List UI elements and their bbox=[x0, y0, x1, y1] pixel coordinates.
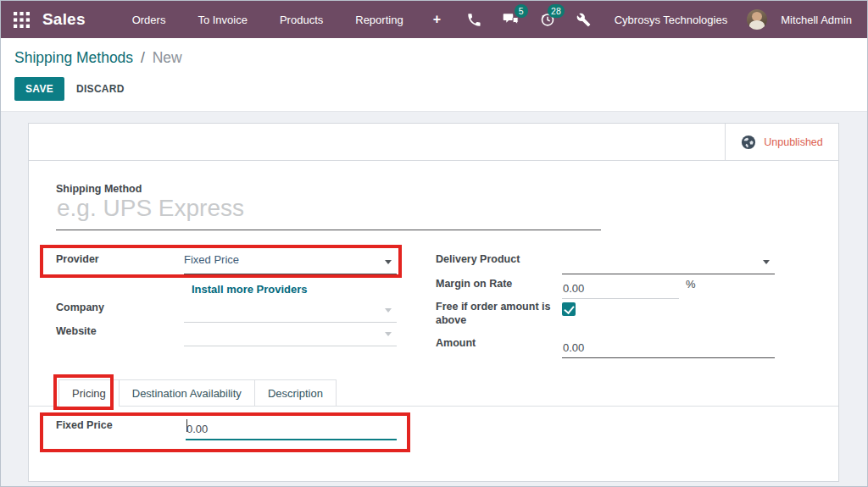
breadcrumb: Shipping Methods / New bbox=[14, 49, 854, 67]
breadcrumb-new: New bbox=[153, 49, 182, 66]
voip-phone-icon[interactable] bbox=[460, 7, 489, 32]
tab-description[interactable]: Description bbox=[254, 379, 337, 406]
dropdown-caret-icon bbox=[385, 260, 392, 264]
provider-label: Provider bbox=[56, 250, 184, 265]
fixed-price-row: Fixed Price bbox=[56, 416, 397, 440]
tools-icon[interactable] bbox=[570, 7, 598, 32]
margin-on-rate-row: Margin on Rate % bbox=[436, 274, 696, 299]
discard-button[interactable]: DISCARD bbox=[64, 77, 136, 101]
activities-icon[interactable]: 28 bbox=[533, 7, 562, 32]
provider-value: Fixed Price bbox=[184, 250, 239, 266]
text-cursor bbox=[186, 419, 187, 432]
provider-select[interactable]: Fixed Price bbox=[184, 250, 397, 274]
control-panel: Shipping Methods / New SAVE DISCARD bbox=[1, 38, 867, 112]
dropdown-caret-icon bbox=[385, 332, 392, 336]
notebook-tabs: Pricing Destination Availability Descrip… bbox=[29, 379, 838, 407]
free-if-order-label: Free if order amount is above bbox=[436, 297, 562, 328]
globe-icon bbox=[741, 135, 756, 150]
menu-plus-icon[interactable]: + bbox=[420, 3, 454, 36]
activities-badge: 28 bbox=[548, 4, 565, 18]
provider-row: Provider Fixed Price bbox=[56, 250, 397, 274]
apps-menu-icon[interactable] bbox=[13, 11, 30, 28]
breadcrumb-separator: / bbox=[137, 49, 148, 66]
website-row: Website bbox=[56, 322, 397, 346]
top-navbar: Sales Orders To Invoice Products Reporti… bbox=[1, 1, 867, 38]
messages-badge: 5 bbox=[515, 4, 528, 18]
navbar-right: 5 28 Cybrosys Technologies Mitchell Admi… bbox=[460, 7, 855, 32]
wrench-icon bbox=[576, 13, 591, 27]
status-button-strip: Unpublished bbox=[29, 124, 838, 161]
shipping-method-label: Shipping Method bbox=[56, 183, 142, 195]
grid-icon bbox=[14, 12, 30, 28]
form-sheet: Unpublished Shipping Method Provider Fix… bbox=[28, 123, 839, 482]
margin-on-rate-field bbox=[562, 274, 679, 299]
menu-to-invoice[interactable]: To Invoice bbox=[181, 3, 264, 37]
percent-suffix: % bbox=[679, 274, 696, 291]
margin-on-rate-input[interactable] bbox=[562, 274, 677, 298]
install-more-providers-link[interactable]: Install more Providers bbox=[192, 283, 308, 296]
fixed-price-label: Fixed Price bbox=[56, 416, 186, 431]
tab-destination-availability[interactable]: Destination Availability bbox=[119, 379, 255, 406]
user-menu[interactable]: Mitchell Admin bbox=[775, 14, 855, 26]
form-view-background: Unpublished Shipping Method Provider Fix… bbox=[1, 112, 867, 486]
company-select[interactable] bbox=[184, 298, 397, 323]
amount-row: Amount bbox=[436, 334, 775, 358]
messages-icon[interactable]: 5 bbox=[497, 7, 526, 32]
company-row: Company bbox=[56, 298, 397, 323]
tab-pricing[interactable]: Pricing bbox=[58, 379, 120, 407]
delivery-product-label: Delivery Product bbox=[436, 250, 562, 265]
menu-orders[interactable]: Orders bbox=[116, 3, 182, 37]
save-button[interactable]: SAVE bbox=[14, 77, 64, 101]
app-window: Sales Orders To Invoice Products Reporti… bbox=[0, 0, 868, 487]
menu-products[interactable]: Products bbox=[264, 3, 339, 37]
control-panel-buttons: SAVE DISCARD bbox=[14, 77, 854, 101]
free-if-order-row: Free if order amount is above bbox=[436, 297, 576, 336]
amount-input[interactable] bbox=[562, 334, 773, 357]
website-select[interactable] bbox=[184, 322, 397, 346]
navbar-left: Sales Orders To Invoice Products Reporti… bbox=[13, 3, 454, 37]
company-label: Company bbox=[56, 298, 184, 313]
fixed-price-field bbox=[186, 416, 397, 440]
website-label: Website bbox=[56, 322, 184, 337]
fixed-price-input[interactable] bbox=[186, 416, 395, 439]
margin-on-rate-label: Margin on Rate bbox=[436, 274, 562, 290]
amount-field bbox=[562, 334, 775, 358]
website-publish-button[interactable]: Unpublished bbox=[725, 124, 838, 160]
delivery-product-row: Delivery Product bbox=[436, 250, 775, 274]
dropdown-caret-icon bbox=[763, 260, 770, 264]
user-avatar[interactable] bbox=[747, 9, 767, 30]
free-over-checkbox[interactable] bbox=[562, 302, 576, 316]
dropdown-caret-icon bbox=[385, 308, 392, 313]
phone-icon bbox=[467, 13, 481, 27]
delivery-product-select[interactable] bbox=[562, 250, 775, 274]
company-switcher[interactable]: Cybrosys Technologies bbox=[606, 14, 739, 26]
app-name[interactable]: Sales bbox=[42, 10, 86, 29]
menu-reporting[interactable]: Reporting bbox=[339, 3, 419, 37]
shipping-method-input[interactable] bbox=[56, 195, 601, 230]
amount-label: Amount bbox=[436, 334, 562, 349]
breadcrumb-shipping-methods[interactable]: Shipping Methods bbox=[14, 49, 133, 66]
publish-status-label: Unpublished bbox=[764, 136, 823, 148]
